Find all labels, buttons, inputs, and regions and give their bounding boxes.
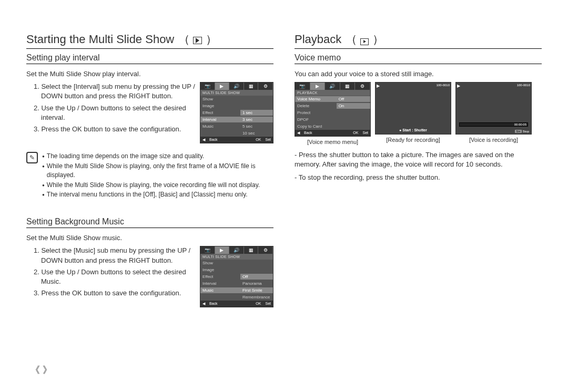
voicememo-intro: You can add your voice to a stored still… [295,69,542,79]
cam-tab-icon: ▶ [215,82,230,90]
camera-screen-interval: 📷 ▶ 🔊 ▦ ⚙ MULTI SLIDE SHOW Show Image Ef… [200,82,273,143]
cam-tab-icon: ▶ [310,82,326,90]
note: The loading time depends on the image si… [47,152,204,161]
file-indicator: 100-0010 [437,84,450,87]
step: 2. Use the Up / Down buttons to select t… [34,267,196,286]
note-icon: ✎ [26,152,38,163]
after-note: - To stop the recording, press the shutt… [295,173,542,182]
section-title-playback: Playback （ ） [295,32,542,49]
left-column: Starting the Multi Slide Show （ ） Settin… [26,32,273,307]
note: While the Multi Slide Show is playing, o… [47,162,273,180]
note: The interval menu functions in the [Off]… [47,190,248,199]
cam-tab-icon: ▦ [244,82,259,90]
step: 1. Select the [Music] sub menu by pressi… [34,246,196,265]
cam-tab-icon: 🔊 [325,82,340,90]
preview-recording: ▶ 100-0010 00:00:05 SH Stop [Voice is re… [455,82,532,145]
step: 1. Select the [Interval] sub menu by pre… [34,82,196,101]
cam-header: MULTI SLIDE SHOW [200,90,273,96]
cam-tab-icon: ⚙ [258,246,273,254]
recording-time: 00:00:05 [514,123,526,126]
cam-tab-icon: 🔊 [229,246,244,254]
cam-tab-icon: ▦ [340,82,356,90]
preview-ready: ▶ 100-0010 ● Start : Shutter [Ready for … [375,82,451,145]
cam-header: PLAYBACK [295,90,370,96]
play-icon: ▶ [457,84,460,88]
preview-label: [Ready for recording] [375,137,451,143]
title-text: Starting the Multi Slide Show [26,33,174,46]
cam-tab-icon: ⚙ [258,82,273,90]
cam-tab-icon: ▦ [244,246,259,254]
after-note: - Press the shutter button to take a pic… [295,150,542,169]
camera-screen-music: 📷 ▶ 🔊 ▦ ⚙ MULTI SLIDE SHOW Show Image Ef… [200,246,273,307]
music-steps: 1. Select the [Music] sub menu by pressi… [26,246,196,300]
play-icon: ▶ [377,84,380,88]
music-intro: Set the Multi Slide Show music. [26,233,273,243]
step: 2. Use the Up / Down buttons to select t… [34,104,196,122]
subtitle-music: Setting Background Music [26,217,273,228]
file-indicator: 100-0010 [517,84,530,87]
cam-tab-icon: 🔊 [229,82,244,90]
step: 3. Press the OK button to save the confi… [34,288,196,298]
cam-header: MULTI SLIDE SHOW [200,254,273,260]
subtitle-voicememo: Voice memo [295,53,542,64]
page-marks: 《 》 [31,364,52,376]
subtitle-interval: Setting play interval [26,53,273,64]
sh-stop: SH Stop [515,130,529,133]
preview-menu: 📷 ▶ 🔊 ▦ ⚙ PLAYBACK Voice MemoOff DeleteO… [295,82,371,145]
preview-label: [Voice is recording] [455,137,532,143]
right-column: Playback （ ） Voice memo You can add your… [295,32,542,307]
cam-tab-icon: 📷 [295,82,310,90]
step: 3. Press the OK button to save the confi… [34,125,196,134]
interval-intro: Set the Multi Slide Show play interval. [26,69,273,79]
cam-tab-icon: 📷 [200,82,215,90]
start-shutter-label: ● Start : Shutter [376,128,451,132]
recording-bar: 00:00:05 [459,122,528,127]
playback-icon: （ ） [346,32,383,47]
title-text: Playback [295,33,341,46]
preview-label: [Voice memo menu] [295,139,371,145]
section-title-slideshow: Starting the Multi Slide Show （ ） [26,32,273,49]
slideshow-icon: （ ） [178,32,217,47]
cam-tab-icon: 📷 [200,246,215,254]
cam-tab-icon: ⚙ [355,82,370,90]
note-box: ✎ The loading time depends on the image … [26,152,273,200]
note: While the Multi Slide Show is playing, t… [47,181,260,190]
cam-tab-icon: ▶ [215,246,230,254]
interval-steps: 1. Select the [Interval] sub menu by pre… [26,82,196,136]
